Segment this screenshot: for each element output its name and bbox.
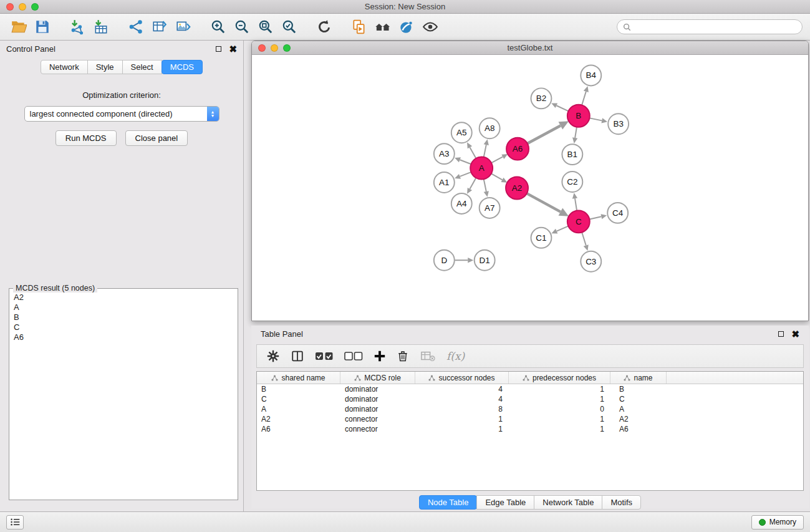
show-columns-button[interactable]: [291, 349, 304, 363]
graph-edge-A-A3[interactable]: [460, 160, 471, 164]
graph-edge-C-C4[interactable]: [589, 216, 601, 219]
search-input[interactable]: [634, 22, 796, 31]
network-close-button[interactable]: [258, 44, 266, 52]
close-panel-button[interactable]: Close panel: [125, 130, 188, 146]
table-row[interactable]: A2connector11A2: [257, 414, 803, 424]
close-window-button[interactable]: [6, 3, 14, 11]
tab-network-table[interactable]: Network Table: [534, 495, 602, 510]
column-header-label: MCDS role: [364, 374, 401, 382]
table-plus-icon: [152, 19, 168, 35]
mcds-result-item[interactable]: B: [11, 312, 236, 322]
delete-table-button[interactable]: [420, 349, 436, 363]
criterion-dropdown[interactable]: largest connected component (directed) ▲…: [24, 106, 219, 122]
table-cell: 1: [509, 415, 610, 423]
graph-edge-B-B1[interactable]: [575, 127, 577, 138]
graph-edge-arrowhead: [600, 214, 607, 219]
graph-edge-A-A8[interactable]: [484, 145, 486, 158]
graph-edge-A2-C[interactable]: [526, 193, 561, 212]
tab-select[interactable]: Select: [122, 60, 162, 74]
close-panel-icon[interactable]: ✖: [229, 46, 237, 52]
mcds-result-item[interactable]: A: [11, 302, 236, 312]
home-view-button[interactable]: [372, 16, 394, 38]
tab-edge-table[interactable]: Edge Table: [476, 495, 534, 510]
new-network-button[interactable]: [125, 16, 147, 38]
graph-node-label: B2: [536, 94, 546, 103]
add-column-button[interactable]: [374, 350, 386, 362]
mcds-result-item[interactable]: A6: [11, 332, 236, 342]
run-mcds-button[interactable]: Run MCDS: [55, 130, 117, 146]
column-header-name[interactable]: name: [610, 372, 667, 384]
import-network-file-button[interactable]: [66, 16, 89, 38]
delete-column-button[interactable]: [397, 350, 409, 362]
search-field[interactable]: [617, 19, 803, 34]
network-minimize-button[interactable]: [271, 44, 278, 52]
save-session-button[interactable]: [31, 16, 54, 38]
tab-node-table[interactable]: Node Table: [419, 495, 478, 510]
close-table-panel-icon[interactable]: ✖: [791, 331, 799, 337]
zoom-in-button[interactable]: [207, 16, 229, 38]
visual-mode-button[interactable]: [395, 16, 418, 38]
graph-edge-A6-B[interactable]: [527, 125, 561, 143]
tab-style[interactable]: Style: [87, 60, 123, 74]
function-builder-button[interactable]: f(x): [446, 350, 465, 362]
table-cell: A: [610, 405, 667, 414]
table-row[interactable]: Cdominator41C: [257, 394, 803, 404]
mcds-result-list[interactable]: A2ABCA6: [11, 293, 236, 498]
task-history-button[interactable]: [6, 515, 24, 530]
zoom-selected-button[interactable]: [278, 16, 301, 38]
graph-edge-A-A7[interactable]: [484, 178, 486, 191]
network-zoom-button[interactable]: [283, 44, 291, 52]
network-graph[interactable]: B4B2BB3A5A8A6B1A3AC2A1A2A4A7CC4C1C3DD1: [253, 55, 808, 320]
table-settings-button[interactable]: [266, 349, 280, 363]
deselect-all-button[interactable]: [344, 352, 363, 361]
table-row[interactable]: Bdominator41B: [257, 384, 803, 394]
export-image-button[interactable]: [172, 16, 195, 38]
graph-node-label: A4: [456, 199, 467, 208]
table-cell: B: [257, 385, 340, 394]
open-session-button[interactable]: [7, 16, 30, 38]
tab-motifs[interactable]: Motifs: [602, 495, 641, 510]
column-sort-icon: [271, 375, 278, 381]
graph-edge-A-A5[interactable]: [470, 147, 476, 159]
graph-edge-arrowhead: [468, 258, 473, 263]
network-canvas[interactable]: B4B2BB3A5A8A6B1A3AC2A1A2A4A7CC4C1C3DD1: [253, 55, 808, 320]
graph-edge-B-B4[interactable]: [582, 92, 586, 106]
image-export-icon: [175, 19, 191, 35]
new-table-button[interactable]: [148, 16, 171, 38]
column-header-predecessor-nodes[interactable]: predecessor nodes: [509, 372, 610, 384]
show-hide-details-button[interactable]: [419, 16, 441, 38]
graph-edge-A-A1[interactable]: [460, 172, 471, 177]
column-header-mcds-role[interactable]: MCDS role: [340, 372, 415, 384]
graph-edge-A-A2[interactable]: [491, 173, 503, 180]
column-header-shared-name[interactable]: shared name: [257, 372, 340, 384]
graph-edge-C-C2[interactable]: [575, 198, 577, 211]
tab-network[interactable]: Network: [41, 60, 88, 74]
column-header-successor-nodes[interactable]: successor nodes: [415, 372, 509, 384]
refresh-layout-button[interactable]: [313, 16, 335, 38]
select-all-button[interactable]: [315, 352, 334, 361]
graph-edge-A-A6[interactable]: [491, 157, 503, 163]
zoom-out-button[interactable]: [231, 16, 253, 38]
table-row[interactable]: Adominator80A: [257, 404, 803, 414]
mcds-result-item[interactable]: C: [11, 322, 236, 332]
graph-edge-C-C1[interactable]: [557, 226, 569, 231]
zoom-selected-icon: [281, 19, 297, 35]
graph-edge-A-A4[interactable]: [470, 177, 476, 189]
graph-edge-B-B2[interactable]: [556, 105, 569, 111]
table-body: Bdominator41BCdominator41CAdominator80AA…: [257, 384, 803, 490]
import-table-file-button[interactable]: [90, 16, 112, 38]
minimize-window-button[interactable]: [19, 3, 26, 11]
graph-edge-C-C3[interactable]: [582, 232, 586, 246]
table-cell: dominator: [340, 405, 415, 414]
table-row[interactable]: A6connector11A6: [257, 424, 803, 434]
float-panel-icon[interactable]: [216, 46, 221, 52]
memory-button[interactable]: Memory: [751, 515, 804, 530]
zoom-window-button[interactable]: [31, 3, 39, 11]
table-cell: 1: [509, 425, 610, 433]
first-neighbors-button[interactable]: [348, 16, 370, 38]
mcds-result-item[interactable]: A2: [11, 293, 236, 302]
float-table-panel-icon[interactable]: [778, 331, 784, 337]
zoom-fit-button[interactable]: [254, 16, 277, 38]
tab-mcds[interactable]: MCDS: [162, 60, 203, 74]
graph-edge-B-B3[interactable]: [589, 118, 602, 120]
